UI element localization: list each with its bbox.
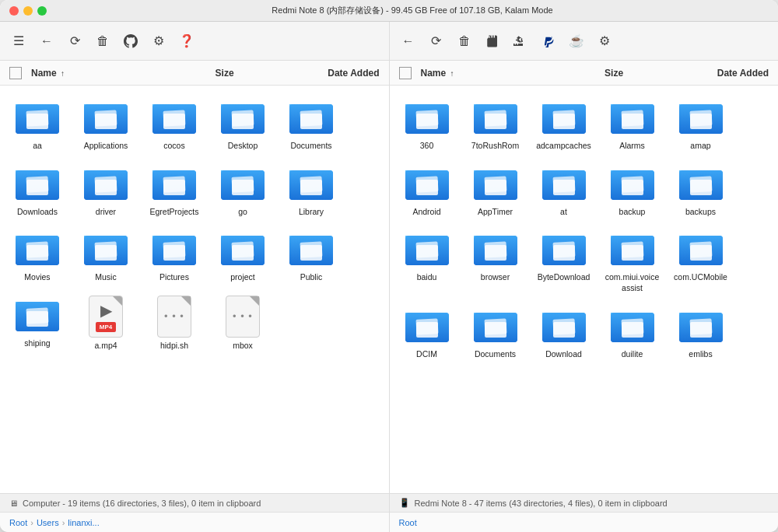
list-item[interactable]: Public: [280, 226, 342, 286]
right-breadcrumb-root[interactable]: Root: [399, 518, 417, 527]
help-icon[interactable]: ❓: [177, 32, 196, 51]
list-item[interactable]: go: [212, 161, 274, 221]
breadcrumb-users[interactable]: Users: [37, 518, 59, 527]
list-item[interactable]: Applications: [75, 95, 137, 155]
list-item[interactable]: at: [533, 161, 595, 221]
right-select-all-checkbox[interactable]: [399, 67, 412, 79]
back-icon[interactable]: ←: [37, 32, 56, 51]
svg-rect-24: [300, 114, 322, 129]
right-refresh-icon[interactable]: ⟳: [427, 32, 446, 51]
list-item[interactable]: Pictures: [143, 226, 205, 286]
select-all-checkbox[interactable]: [9, 67, 22, 79]
folder-icon: [289, 98, 333, 138]
list-item[interactable]: com.miui.voiceassist: [601, 226, 664, 296]
minimize-button[interactable]: [23, 6, 33, 16]
list-item[interactable]: ▶ MP4 a.mp4: [75, 292, 137, 355]
folder-icon: • • •: [157, 296, 191, 338]
list-item[interactable]: aa: [6, 95, 68, 155]
hamburger-menu-icon[interactable]: ☰: [9, 32, 28, 51]
folder-icon: [474, 306, 517, 346]
file-label: com.miui.voiceassist: [605, 272, 661, 293]
github-icon[interactable]: [121, 32, 140, 51]
computer-icon: 🖥: [9, 499, 18, 508]
folder-icon: [152, 164, 196, 204]
list-item[interactable]: 7toRushRom: [464, 95, 527, 155]
paypal-icon[interactable]: [539, 32, 558, 51]
list-item[interactable]: AppTimer: [464, 161, 527, 221]
list-item[interactable]: Music: [75, 226, 137, 286]
folder-icon: [474, 98, 517, 138]
right-toolbar: ← ⟳ 🗑 ☕ ⚙: [390, 22, 779, 61]
list-item[interactable]: 360: [396, 95, 458, 155]
list-item[interactable]: backup: [601, 161, 664, 221]
folder-icon: [405, 306, 449, 346]
list-item[interactable]: emlibs: [670, 303, 732, 363]
list-item[interactable]: Documents: [464, 303, 527, 363]
delete-icon[interactable]: 🗑: [93, 32, 112, 51]
list-item[interactable]: Movies: [6, 226, 68, 286]
svg-rect-59: [95, 245, 117, 261]
date-column-header[interactable]: Date Added: [263, 68, 379, 79]
folder-icon: • • •: [226, 296, 260, 338]
right-size-column-header[interactable]: Size: [575, 68, 652, 79]
cup-icon[interactable]: ☕: [567, 32, 586, 51]
svg-rect-149: [622, 245, 643, 261]
file-label: aa: [33, 141, 42, 152]
close-button[interactable]: [9, 6, 19, 16]
settings-icon[interactable]: ⚙: [149, 32, 168, 51]
list-item[interactable]: project: [212, 226, 274, 286]
folder-icon: [152, 229, 196, 269]
right-delete-icon[interactable]: 🗑: [455, 32, 474, 51]
refresh-icon[interactable]: ⟳: [65, 32, 84, 51]
list-item[interactable]: com.UCMobile: [670, 226, 732, 296]
folder-icon: [679, 306, 723, 346]
list-item[interactable]: Downloads: [6, 161, 68, 221]
sd-card-icon[interactable]: [483, 32, 502, 51]
list-item[interactable]: driver: [75, 161, 137, 221]
list-item[interactable]: DCIM: [396, 303, 458, 363]
file-label: Downloads: [17, 207, 58, 218]
list-item[interactable]: baidu: [396, 226, 458, 296]
file-label: adcampcaches: [536, 141, 591, 152]
breadcrumb-root[interactable]: Root: [9, 518, 27, 527]
list-item[interactable]: browser: [464, 226, 527, 296]
sort-arrow-icon: ↑: [61, 69, 65, 78]
list-item[interactable]: cocos: [143, 95, 205, 155]
right-date-column-header[interactable]: Date Added: [653, 68, 769, 79]
list-item[interactable]: amap: [670, 95, 732, 155]
folder-icon: [289, 229, 333, 269]
list-item[interactable]: duilite: [601, 303, 664, 363]
list-item[interactable]: Documents: [280, 95, 342, 155]
list-item[interactable]: • • • hidpi.sh: [143, 292, 205, 355]
svg-rect-9: [95, 114, 117, 129]
usb-icon[interactable]: [511, 32, 530, 51]
file-label: Movies: [24, 272, 50, 283]
right-settings-icon[interactable]: ⚙: [595, 32, 614, 51]
svg-rect-129: [690, 180, 712, 195]
breadcrumb-linanxi[interactable]: linanxi...: [68, 518, 99, 527]
list-item[interactable]: shiping: [6, 292, 68, 355]
file-label: duilite: [622, 349, 643, 360]
list-item[interactable]: EgretProjects: [143, 161, 205, 221]
right-name-column-header[interactable]: Name ↑: [421, 68, 576, 79]
list-item[interactable]: Android: [396, 161, 458, 221]
list-item[interactable]: ByteDownload: [533, 226, 595, 296]
name-column-header[interactable]: Name ↑: [31, 68, 186, 79]
svg-rect-89: [485, 114, 506, 129]
file-label: emlibs: [689, 349, 712, 360]
file-label: Applications: [84, 141, 128, 152]
list-item[interactable]: Desktop: [212, 95, 274, 155]
list-item[interactable]: adcampcaches: [533, 95, 595, 155]
list-item[interactable]: • • • mbox: [212, 292, 274, 355]
svg-rect-179: [690, 322, 712, 338]
list-item[interactable]: backups: [670, 161, 732, 221]
size-column-header[interactable]: Size: [186, 68, 263, 79]
folder-icon: [221, 164, 265, 204]
list-item[interactable]: Download: [533, 303, 595, 363]
list-item[interactable]: Alarms: [601, 95, 664, 155]
folder-icon: [474, 164, 517, 204]
maximize-button[interactable]: [37, 6, 47, 16]
svg-rect-104: [690, 114, 712, 129]
right-back-icon[interactable]: ←: [399, 32, 418, 51]
list-item[interactable]: Library: [280, 161, 342, 221]
